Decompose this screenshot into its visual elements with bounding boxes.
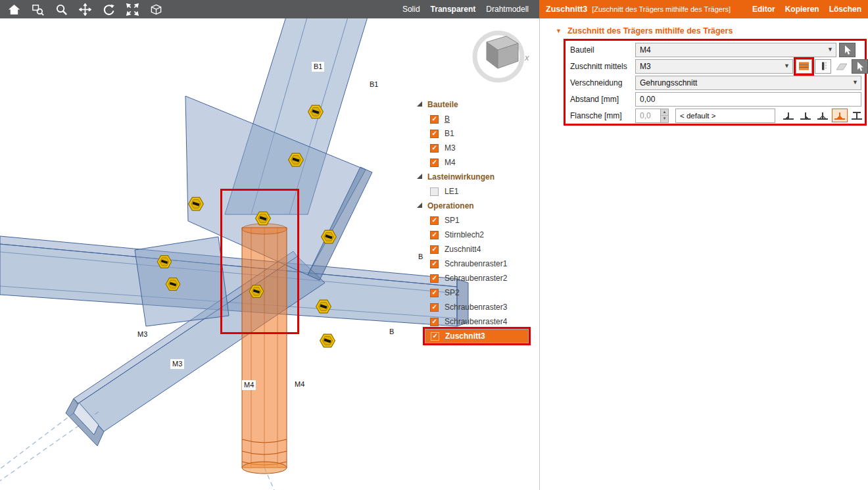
member-label: B xyxy=(387,327,396,337)
tree-item-b[interactable]: B xyxy=(430,112,450,126)
3d-viewport[interactable]: x B1 B1 M3 M3 M4 M4 B B Bauteile B B1 M3… xyxy=(0,18,539,490)
properties-panel: ▼ Zuschnitt des Trägers mithilfe des Trä… xyxy=(539,18,868,490)
gusset-plate-lower xyxy=(135,237,229,326)
member-label: M3 xyxy=(170,359,184,369)
member-label: M3 xyxy=(135,330,149,339)
editor-button[interactable]: Editor xyxy=(752,5,775,14)
tree-group-bauteile[interactable]: Bauteile xyxy=(416,97,458,112)
zuschnitt-mittels-label: Zuschnitt mittels xyxy=(570,62,635,71)
zoom-fit-icon[interactable] xyxy=(124,1,141,17)
kopieren-button[interactable]: Kopieren xyxy=(785,5,819,14)
weld-type-3-button[interactable] xyxy=(815,109,831,122)
tree-item-sp2[interactable]: SP2 xyxy=(430,285,460,300)
checkbox[interactable] xyxy=(430,187,439,196)
home-icon[interactable] xyxy=(5,1,22,17)
checkbox[interactable] xyxy=(430,216,439,225)
tree-item-b1[interactable]: B1 xyxy=(430,126,454,141)
chevron-down-icon: ▼ xyxy=(784,62,790,69)
tree-item-schraubenraster1[interactable]: Schraubenraster1 xyxy=(430,257,507,271)
view-mode-drahtmodell[interactable]: Drahtmodell xyxy=(486,5,529,14)
weld-type-5-button[interactable] xyxy=(849,109,865,122)
checkbox[interactable] xyxy=(430,274,439,283)
viewport-toolbar: Solid Transparent Drahtmodell xyxy=(0,0,539,18)
section-header[interactable]: ▼ Zuschnitt des Trägers mithilfe des Trä… xyxy=(556,26,733,36)
checkbox[interactable] xyxy=(430,231,439,239)
verschneidung-select[interactable]: Gehrungsschnitt▼ xyxy=(635,76,861,90)
surface-cut-button-disabled xyxy=(833,59,850,74)
member-label: M4 xyxy=(242,380,256,390)
collapse-arrow-icon xyxy=(417,101,422,107)
checkbox[interactable] xyxy=(430,159,439,167)
bauteil-label: Bauteil xyxy=(570,45,635,55)
flansche-label: Flansche [mm] xyxy=(570,111,635,120)
checkbox[interactable] xyxy=(430,245,439,254)
tree-item-schraubenraster2[interactable]: Schraubenraster2 xyxy=(430,271,507,285)
view-mode-transparent[interactable]: Transparent xyxy=(431,5,476,14)
stepper-up-icon[interactable]: ▲ xyxy=(661,109,668,116)
checkbox[interactable] xyxy=(430,303,439,312)
view-mode-solid[interactable]: Solid xyxy=(402,5,420,14)
verschneidung-label: Verschneidung xyxy=(570,78,635,87)
checkbox[interactable] xyxy=(430,318,439,326)
tree-item-zuschnitt3-selected[interactable]: Zuschnitt3 xyxy=(425,329,529,343)
select-pointer-button[interactable] xyxy=(852,59,868,74)
tree-item-le1[interactable]: LE1 xyxy=(430,184,458,199)
weld-type-4-button-active[interactable] xyxy=(832,109,848,122)
operation-subtitle: [Zuschnitt des Trägers mithilfe des Träg… xyxy=(592,5,731,13)
tree-item-stirnblech2[interactable]: Stirnblech2 xyxy=(430,228,484,242)
stepper-down-icon[interactable]: ▼ xyxy=(661,116,668,122)
weld-type-1-button[interactable] xyxy=(781,109,796,122)
model-tree: Bauteile B B1 M3 M4 Lasteinwirkungen LE1 xyxy=(416,97,535,347)
plate-cut-button[interactable] xyxy=(815,59,831,74)
select-pointer-button[interactable] xyxy=(839,43,856,57)
svg-text:x: x xyxy=(524,53,529,62)
member-label: M4 xyxy=(293,380,306,389)
search-icon[interactable] xyxy=(53,1,70,17)
flansche-input[interactable] xyxy=(635,109,660,123)
centerlines xyxy=(0,412,274,490)
abstand-label: Abstand [mm] xyxy=(570,95,635,104)
member-label: B1 xyxy=(312,62,324,72)
tree-item-zuschnitt4[interactable]: Zuschnitt4 xyxy=(430,242,481,257)
tree-item-m3[interactable]: M3 xyxy=(430,141,456,155)
zuschnitt-mittels-select[interactable]: M3▼ xyxy=(635,59,793,74)
loeschen-button[interactable]: Löschen xyxy=(829,5,861,14)
tree-item-sp1[interactable]: SP1 xyxy=(430,213,460,228)
checkbox[interactable] xyxy=(431,332,439,341)
annotation-highlight-button xyxy=(796,59,812,74)
flansche-default-select[interactable]: < default > xyxy=(675,109,775,123)
tree-item-schraubenraster4[interactable]: Schraubenraster4 xyxy=(430,314,507,329)
member-label: B1 xyxy=(368,80,380,89)
abstand-input[interactable] xyxy=(635,92,861,107)
checkbox[interactable] xyxy=(430,144,439,153)
navigation-cube[interactable]: x xyxy=(468,26,534,92)
operation-header-bar: Zuschnitt3 [Zuschnitt des Trägers mithil… xyxy=(539,0,868,18)
tree-item-schraubenraster3[interactable]: Schraubenraster3 xyxy=(430,300,507,314)
tree-group-operationen[interactable]: Operationen xyxy=(416,199,474,213)
weld-type-2-button[interactable] xyxy=(798,109,813,122)
collapse-arrow-icon xyxy=(417,203,422,208)
member-m4 xyxy=(242,224,287,474)
rotate-view-icon[interactable] xyxy=(100,1,117,17)
bauteil-select[interactable]: M4▼ xyxy=(635,43,836,57)
checkbox[interactable] xyxy=(430,260,439,268)
chevron-down-icon: ▼ xyxy=(852,79,858,86)
isometric-view-icon[interactable] xyxy=(147,1,164,17)
operation-title: Zuschnitt3 xyxy=(546,5,587,14)
collapse-arrow-icon xyxy=(417,174,422,179)
checkbox[interactable] xyxy=(430,115,439,124)
flansche-stepper[interactable]: ▲▼ xyxy=(660,109,669,123)
pan-icon[interactable] xyxy=(76,1,93,17)
checkbox[interactable] xyxy=(430,130,439,138)
chevron-down-icon: ▼ xyxy=(827,46,833,53)
tree-item-m4[interactable]: M4 xyxy=(430,155,456,170)
zoom-window-icon[interactable] xyxy=(29,1,46,17)
checkbox[interactable] xyxy=(430,289,439,297)
tree-group-lasteinwirkungen[interactable]: Lasteinwirkungen xyxy=(416,170,494,184)
beam-cut-button[interactable] xyxy=(796,59,812,74)
collapse-triangle-icon: ▼ xyxy=(556,28,562,34)
section-title: Zuschnitt des Trägers mithilfe des Träge… xyxy=(567,26,733,36)
